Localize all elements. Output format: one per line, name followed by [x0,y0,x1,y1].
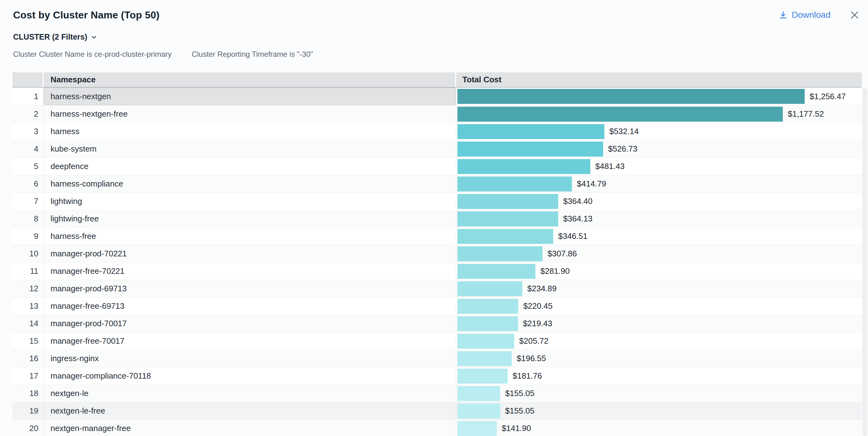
cost-value-label: $1,177.52 [788,109,824,119]
table-row[interactable]: 9 harness-free $346.51 [12,227,862,245]
cost-bar [457,316,518,331]
namespace-cell[interactable]: harness [44,123,456,140]
chevron-down-icon [91,34,97,40]
row-number: 15 [12,333,44,350]
table-header-row: Namespace Total Cost [12,72,862,88]
table-row[interactable]: 18 nextgen-le $155.05 [12,384,862,402]
table-row[interactable]: 2 harness-nextgen-free $1,177.52 [12,105,862,123]
table-row[interactable]: 5 deepfence $481.43 [12,157,862,175]
row-number: 8 [12,210,44,227]
cost-value-label: $307.86 [548,249,577,258]
table-row[interactable]: 3 harness $532.14 [12,123,862,140]
namespace-cell[interactable]: lightwing [44,193,456,210]
cost-value-label: $155.05 [505,388,534,398]
namespace-cell[interactable]: manager-free-70221 [44,262,456,280]
cost-value-label: $196.55 [517,354,546,363]
header-actions: Download [778,10,860,20]
table-row[interactable]: 19 nextgen-le-free $155.05 [12,402,862,419]
table-row[interactable]: 16 ingress-nginx $196.55 [12,350,862,367]
namespace-cell[interactable]: manager-free-70017 [44,333,456,350]
cost-table: Namespace Total Cost 1 harness-nextgen $… [12,72,862,436]
namespace-cell[interactable]: deepfence [44,158,456,175]
row-number: 18 [12,385,44,402]
total-cost-cell: $205.72 [456,333,862,350]
total-cost-cell: $181.76 [456,367,862,384]
total-cost-column-header[interactable]: Total Cost [456,72,862,87]
total-cost-cell: $141.90 [456,420,862,436]
cost-bar [457,89,805,104]
table-row[interactable]: 1 harness-nextgen $1,256.47 [12,88,862,105]
cost-value-label: $364.13 [563,214,592,224]
namespace-cell[interactable]: harness-nextgen-free [44,105,456,123]
total-cost-cell: $155.05 [456,402,862,419]
table-row[interactable]: 8 lightwing-free $364.13 [12,210,862,227]
total-cost-cell: $196.55 [456,350,862,367]
namespace-cell[interactable]: manager-prod-70221 [44,245,456,262]
namespace-cell[interactable]: manager-compliance-70118 [44,367,456,384]
row-number: 7 [12,193,44,210]
table-row[interactable]: 14 manager-prod-70017 $219.43 [12,315,862,332]
total-cost-cell: $364.13 [456,210,862,227]
namespace-cell[interactable]: nextgen-le [44,385,456,402]
total-cost-cell: $346.51 [456,228,862,245]
total-cost-cell: $155.05 [456,385,862,402]
cost-bar [457,404,500,418]
download-icon [778,10,788,20]
cost-bar [457,212,558,226]
row-number: 14 [12,315,44,332]
namespace-cell[interactable]: manager-prod-69713 [44,280,456,297]
namespace-cell[interactable]: manager-free-69713 [44,298,456,315]
row-number: 16 [12,350,44,367]
namespace-cell[interactable]: nextgen-le-free [44,402,456,419]
vertical-scrollbar[interactable] [862,88,867,436]
total-cost-cell: $1,256.47 [456,88,862,105]
download-label: Download [792,10,831,20]
row-number: 4 [12,141,44,157]
total-cost-cell: $220.45 [456,298,862,315]
cost-value-label: $219.43 [523,319,552,329]
cost-value-label: $205.72 [519,336,549,346]
row-number: 3 [12,123,44,140]
download-button[interactable]: Download [778,10,831,20]
cluster-filter-label: CLUSTER (2 Filters) [13,32,87,41]
table-row[interactable]: 11 manager-free-70221 $281.90 [12,262,862,280]
table-row[interactable]: 10 manager-prod-70221 $307.86 [12,245,862,262]
row-number: 11 [12,262,44,280]
namespace-column-header[interactable]: Namespace [44,72,456,87]
cost-bar [457,229,553,244]
cost-bar [457,107,783,122]
table-row[interactable]: 15 manager-free-70017 $205.72 [12,332,862,350]
namespace-cell[interactable]: kube-system [44,141,456,157]
row-number: 5 [12,158,44,175]
namespace-cell[interactable]: harness-nextgen [44,88,456,105]
table-row[interactable]: 20 nextgen-manager-free $141.90 [12,419,862,436]
namespace-cell[interactable]: harness-free [44,228,456,245]
table-row[interactable]: 7 lightwing $364.40 [12,192,862,210]
row-number: 10 [12,245,44,262]
row-number: 2 [12,105,44,123]
namespace-cell[interactable]: manager-prod-70017 [44,315,456,332]
table-row[interactable]: 17 manager-compliance-70118 $181.76 [12,367,862,384]
cost-bar [457,334,514,349]
table-row[interactable]: 12 manager-prod-69713 $234.89 [12,280,862,297]
applied-filters: Cluster Cluster Name is ce-prod-cluster-… [13,50,313,59]
row-number: 19 [12,402,44,419]
cost-value-label: $346.51 [558,231,588,241]
total-cost-cell: $281.90 [456,262,862,280]
namespace-cell[interactable]: ingress-nginx [44,350,456,367]
namespace-cell[interactable]: nextgen-manager-free [44,420,456,436]
cost-value-label: $141.90 [502,424,531,433]
cost-bar [457,386,500,401]
table-row[interactable]: 13 manager-free-69713 $220.45 [12,297,862,315]
cost-value-label: $220.45 [523,301,553,311]
table-row[interactable]: 6 harness-compliance $414.79 [12,175,862,192]
close-button[interactable] [849,10,860,20]
row-number: 12 [12,280,44,297]
cluster-filter-toggle[interactable]: CLUSTER (2 Filters) [13,32,97,41]
page-title: Cost by Cluster Name (Top 50) [13,9,159,21]
total-cost-cell: $307.86 [456,245,862,262]
table-body: 1 harness-nextgen $1,256.47 2 harness-ne… [12,88,862,436]
namespace-cell[interactable]: harness-compliance [44,175,456,192]
table-row[interactable]: 4 kube-system $526.73 [12,140,862,157]
namespace-cell[interactable]: lightwing-free [44,210,456,227]
